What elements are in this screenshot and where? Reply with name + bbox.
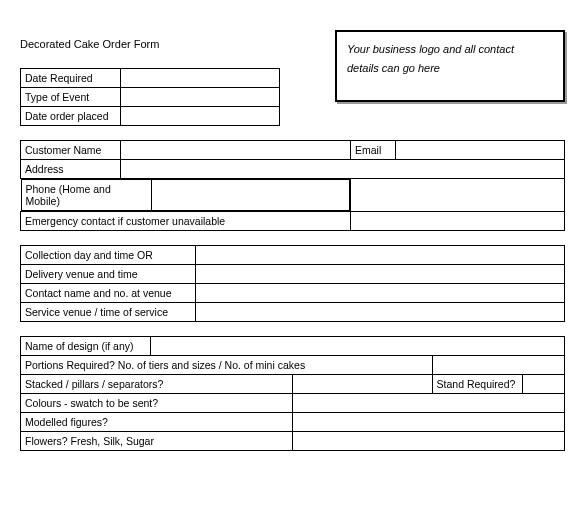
table-row: Date order placed [21, 107, 280, 126]
colours-label: Colours - swatch to be sent? [21, 394, 293, 413]
table-row: Contact name and no. at venue [21, 284, 565, 303]
form-title: Decorated Cake Order Form [20, 30, 159, 50]
address-label: Address [21, 160, 121, 179]
date-order-placed-field[interactable] [120, 107, 279, 126]
email-field[interactable] [396, 141, 565, 160]
flowers-label: Flowers? Fresh, Silk, Sugar [21, 432, 293, 451]
table-row: Modelled figures? [21, 413, 565, 432]
table-row: Emergency contact if customer unavailabl… [21, 212, 565, 231]
table-row: Collection day and time OR [21, 246, 565, 265]
emergency-field[interactable] [351, 212, 565, 231]
phone-label: Phone (Home and Mobile) [21, 180, 151, 211]
table-row: Customer Name Email [21, 141, 565, 160]
service-venue-field[interactable] [196, 303, 565, 322]
logo-text-line2: details can go here [347, 59, 553, 78]
date-required-label: Date Required [21, 69, 121, 88]
delivery-venue-field[interactable] [196, 265, 565, 284]
table-row: Colours - swatch to be sent? [21, 394, 565, 413]
table-row: Flowers? Fresh, Silk, Sugar [21, 432, 565, 451]
table-row: Address [21, 160, 565, 179]
table-row: Phone (Home and Mobile) [21, 179, 565, 212]
address-field[interactable] [121, 160, 565, 179]
customer-name-label: Customer Name [21, 141, 121, 160]
logo-text-line1: Your business logo and all contact [347, 40, 553, 59]
service-venue-label: Service venue / time of service [21, 303, 196, 322]
table-row: Name of design (if any) [21, 337, 565, 356]
table-row: Service venue / time of service [21, 303, 565, 322]
delivery-table: Collection day and time OR Delivery venu… [20, 245, 565, 322]
flowers-field[interactable] [292, 432, 564, 451]
collection-label: Collection day and time OR [21, 246, 196, 265]
design-name-label: Name of design (if any) [21, 337, 151, 356]
stand-required-label: Stand Required? [432, 375, 522, 394]
table-row: Delivery venue and time [21, 265, 565, 284]
contact-venue-field[interactable] [196, 284, 565, 303]
delivery-venue-label: Delivery venue and time [21, 265, 196, 284]
type-of-event-field[interactable] [120, 88, 279, 107]
email-label: Email [351, 141, 396, 160]
table-row: Type of Event [21, 88, 280, 107]
phone-field-ext[interactable] [351, 179, 565, 212]
design-table: Name of design (if any) Portions Require… [20, 336, 565, 451]
table-row: Date Required [21, 69, 280, 88]
emergency-label: Emergency contact if customer unavailabl… [21, 212, 351, 231]
table-row: Stacked / pillars / separators? Stand Re… [21, 375, 565, 394]
portions-label: Portions Required? No. of tiers and size… [21, 356, 433, 375]
design-name-field[interactable] [151, 337, 565, 356]
logo-placeholder-box: Your business logo and all contact detai… [335, 30, 565, 102]
colours-field[interactable] [292, 394, 564, 413]
modelled-label: Modelled figures? [21, 413, 293, 432]
stacked-field[interactable] [292, 375, 432, 394]
modelled-field[interactable] [292, 413, 564, 432]
customer-name-field[interactable] [121, 141, 351, 160]
contact-venue-label: Contact name and no. at venue [21, 284, 196, 303]
table-row: Portions Required? No. of tiers and size… [21, 356, 565, 375]
portions-field[interactable] [432, 356, 564, 375]
date-order-placed-label: Date order placed [21, 107, 121, 126]
collection-field[interactable] [196, 246, 565, 265]
date-table: Date Required Type of Event Date order p… [20, 68, 280, 126]
stand-required-field[interactable] [522, 375, 564, 394]
phone-field[interactable] [151, 180, 350, 211]
date-required-field[interactable] [120, 69, 279, 88]
type-of-event-label: Type of Event [21, 88, 121, 107]
stacked-label: Stacked / pillars / separators? [21, 375, 293, 394]
customer-table: Customer Name Email Address Phone (Home … [20, 140, 565, 231]
